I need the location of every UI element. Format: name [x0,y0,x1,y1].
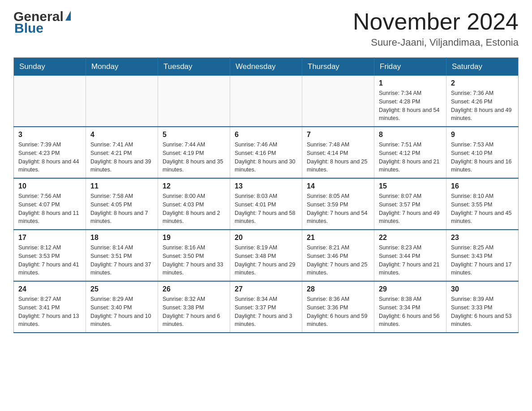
day-number: 27 [235,285,297,293]
day-info: Sunrise: 8:29 AM Sunset: 3:40 PM Dayligh… [90,295,153,329]
weekday-header-thursday: Thursday [302,58,374,76]
calendar-cell: 5Sunrise: 7:44 AM Sunset: 4:19 PM Daylig… [158,127,230,178]
weekday-header-row: SundayMondayTuesdayWednesdayThursdayFrid… [14,58,519,76]
day-info: Sunrise: 8:21 AM Sunset: 3:46 PM Dayligh… [307,244,369,277]
day-number: 6 [235,131,297,139]
week-row-4: 17Sunrise: 8:12 AM Sunset: 3:53 PM Dayli… [14,230,519,281]
calendar-cell: 26Sunrise: 8:32 AM Sunset: 3:38 PM Dayli… [158,281,230,333]
day-number: 10 [18,182,81,190]
day-info: Sunrise: 7:44 AM Sunset: 4:19 PM Dayligh… [163,141,225,174]
day-number: 5 [163,131,225,139]
day-info: Sunrise: 8:00 AM Sunset: 4:03 PM Dayligh… [163,192,225,226]
calendar-cell [86,76,158,127]
day-number: 20 [235,234,297,242]
calendar-cell: 30Sunrise: 8:39 AM Sunset: 3:33 PM Dayli… [446,281,519,333]
calendar-cell: 12Sunrise: 8:00 AM Sunset: 4:03 PM Dayli… [158,178,230,230]
day-info: Sunrise: 8:39 AM Sunset: 3:33 PM Dayligh… [451,295,514,329]
day-number: 30 [451,285,514,293]
day-info: Sunrise: 8:36 AM Sunset: 3:36 PM Dayligh… [307,295,369,329]
day-info: Sunrise: 7:53 AM Sunset: 4:10 PM Dayligh… [451,141,514,174]
calendar-cell: 2Sunrise: 7:36 AM Sunset: 4:26 PM Daylig… [446,76,519,127]
day-number: 9 [451,131,514,139]
day-info: Sunrise: 8:10 AM Sunset: 3:55 PM Dayligh… [451,192,514,226]
day-number: 3 [18,131,81,139]
calendar-cell: 1Sunrise: 7:34 AM Sunset: 4:28 PM Daylig… [374,76,446,127]
header: General Blue November 2024 Suure-Jaani, … [13,9,519,48]
calendar-cell: 18Sunrise: 8:14 AM Sunset: 3:51 PM Dayli… [86,230,158,281]
day-info: Sunrise: 8:12 AM Sunset: 3:53 PM Dayligh… [18,244,81,277]
day-number: 1 [379,79,442,87]
day-number: 11 [90,182,153,190]
day-number: 14 [307,182,369,190]
calendar-cell: 29Sunrise: 8:38 AM Sunset: 3:34 PM Dayli… [374,281,446,333]
calendar-cell: 21Sunrise: 8:21 AM Sunset: 3:46 PM Dayli… [302,230,374,281]
day-info: Sunrise: 8:32 AM Sunset: 3:38 PM Dayligh… [163,295,225,329]
calendar-cell: 15Sunrise: 8:07 AM Sunset: 3:57 PM Dayli… [374,178,446,230]
day-info: Sunrise: 8:25 AM Sunset: 3:43 PM Dayligh… [451,244,514,277]
weekday-header-monday: Monday [86,58,158,76]
day-info: Sunrise: 7:39 AM Sunset: 4:23 PM Dayligh… [18,141,81,174]
weekday-header-saturday: Saturday [446,58,519,76]
calendar-cell: 6Sunrise: 7:46 AM Sunset: 4:16 PM Daylig… [230,127,302,178]
week-row-1: 1Sunrise: 7:34 AM Sunset: 4:28 PM Daylig… [14,76,519,127]
day-info: Sunrise: 8:19 AM Sunset: 3:48 PM Dayligh… [235,244,297,277]
day-number: 2 [451,79,514,87]
day-info: Sunrise: 8:38 AM Sunset: 3:34 PM Dayligh… [379,295,442,329]
day-info: Sunrise: 8:07 AM Sunset: 3:57 PM Dayligh… [379,192,442,226]
day-number: 26 [163,285,225,293]
day-info: Sunrise: 8:34 AM Sunset: 3:37 PM Dayligh… [235,295,297,329]
calendar-cell: 13Sunrise: 8:03 AM Sunset: 4:01 PM Dayli… [230,178,302,230]
calendar-cell: 4Sunrise: 7:41 AM Sunset: 4:21 PM Daylig… [86,127,158,178]
calendar-cell: 14Sunrise: 8:05 AM Sunset: 3:59 PM Dayli… [302,178,374,230]
logo-triangle-icon [65,11,71,21]
day-info: Sunrise: 7:58 AM Sunset: 4:05 PM Dayligh… [90,192,153,226]
day-number: 19 [163,234,225,242]
calendar-cell: 22Sunrise: 8:23 AM Sunset: 3:44 PM Dayli… [374,230,446,281]
day-info: Sunrise: 8:27 AM Sunset: 3:41 PM Dayligh… [18,295,81,329]
day-info: Sunrise: 7:46 AM Sunset: 4:16 PM Dayligh… [235,141,297,174]
calendar-cell [158,76,230,127]
day-number: 25 [90,285,153,293]
day-number: 15 [379,182,442,190]
day-number: 23 [451,234,514,242]
day-number: 17 [18,234,81,242]
day-number: 16 [451,182,514,190]
day-info: Sunrise: 7:36 AM Sunset: 4:26 PM Dayligh… [451,89,514,123]
day-info: Sunrise: 7:41 AM Sunset: 4:21 PM Dayligh… [90,141,153,174]
day-number: 29 [379,285,442,293]
day-number: 8 [379,131,442,139]
calendar-title: November 2024 [353,9,519,34]
calendar-cell [230,76,302,127]
week-row-3: 10Sunrise: 7:56 AM Sunset: 4:07 PM Dayli… [14,178,519,230]
calendar-cell: 7Sunrise: 7:48 AM Sunset: 4:14 PM Daylig… [302,127,374,178]
calendar-cell: 19Sunrise: 8:16 AM Sunset: 3:50 PM Dayli… [158,230,230,281]
logo-blue: Blue [14,21,43,36]
day-info: Sunrise: 8:23 AM Sunset: 3:44 PM Dayligh… [379,244,442,277]
calendar-cell: 8Sunrise: 7:51 AM Sunset: 4:12 PM Daylig… [374,127,446,178]
calendar-cell: 28Sunrise: 8:36 AM Sunset: 3:36 PM Dayli… [302,281,374,333]
title-area: November 2024 Suure-Jaani, Viljandimaa, … [353,9,519,48]
calendar-cell: 17Sunrise: 8:12 AM Sunset: 3:53 PM Dayli… [14,230,86,281]
weekday-header-wednesday: Wednesday [230,58,302,76]
day-info: Sunrise: 7:51 AM Sunset: 4:12 PM Dayligh… [379,141,442,174]
calendar-cell: 25Sunrise: 8:29 AM Sunset: 3:40 PM Dayli… [86,281,158,333]
calendar-table: SundayMondayTuesdayWednesdayThursdayFrid… [13,57,519,333]
calendar-cell: 27Sunrise: 8:34 AM Sunset: 3:37 PM Dayli… [230,281,302,333]
calendar-cell [14,76,86,127]
calendar-cell: 20Sunrise: 8:19 AM Sunset: 3:48 PM Dayli… [230,230,302,281]
day-number: 7 [307,131,369,139]
calendar-cell: 23Sunrise: 8:25 AM Sunset: 3:43 PM Dayli… [446,230,519,281]
day-number: 13 [235,182,297,190]
calendar-cell: 3Sunrise: 7:39 AM Sunset: 4:23 PM Daylig… [14,127,86,178]
day-number: 24 [18,285,81,293]
weekday-header-sunday: Sunday [14,58,86,76]
calendar-cell: 10Sunrise: 7:56 AM Sunset: 4:07 PM Dayli… [14,178,86,230]
week-row-5: 24Sunrise: 8:27 AM Sunset: 3:41 PM Dayli… [14,281,519,333]
day-info: Sunrise: 8:05 AM Sunset: 3:59 PM Dayligh… [307,192,369,226]
day-info: Sunrise: 8:16 AM Sunset: 3:50 PM Dayligh… [163,244,225,277]
day-number: 12 [163,182,225,190]
calendar-cell: 16Sunrise: 8:10 AM Sunset: 3:55 PM Dayli… [446,178,519,230]
day-info: Sunrise: 7:56 AM Sunset: 4:07 PM Dayligh… [18,192,81,226]
weekday-header-tuesday: Tuesday [158,58,230,76]
day-number: 4 [90,131,153,139]
